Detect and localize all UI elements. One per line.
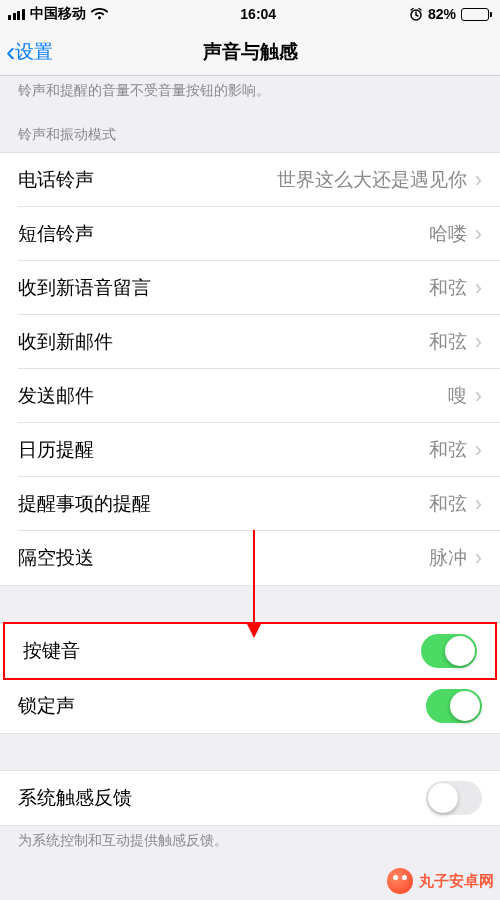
wifi-icon (91, 8, 108, 20)
lock-sound-toggle[interactable] (426, 689, 482, 723)
cell-value: 和弦› (429, 437, 482, 463)
keyboard-clicks-toggle[interactable] (421, 634, 477, 668)
cell-airdrop[interactable]: 隔空投送 脉冲› (0, 531, 500, 585)
toggle-group: 按键音 锁定声 (0, 622, 500, 734)
nav-bar: ‹ 设置 声音与触感 (0, 28, 500, 76)
cell-value: 脉冲› (429, 545, 482, 571)
chevron-right-icon: › (475, 329, 482, 355)
cell-reminder-alerts[interactable]: 提醒事项的提醒 和弦› (0, 477, 500, 531)
battery-pct: 82% (428, 6, 456, 22)
chevron-left-icon: ‹ (6, 38, 15, 66)
chevron-right-icon: › (475, 437, 482, 463)
cell-calendar-alerts[interactable]: 日历提醒 和弦› (0, 423, 500, 477)
annotation-highlight: 按键音 (3, 622, 497, 680)
watermark-logo-icon (387, 868, 413, 894)
cell-keyboard-clicks: 按键音 (5, 624, 495, 678)
cell-sent-mail[interactable]: 发送邮件 嗖› (0, 369, 500, 423)
cell-text-tone[interactable]: 短信铃声 哈喽› (0, 207, 500, 261)
chevron-right-icon: › (475, 275, 482, 301)
cell-value: 和弦› (429, 491, 482, 517)
chevron-right-icon: › (475, 167, 482, 193)
cell-label: 电话铃声 (18, 167, 94, 193)
watermark: 丸子安卓网 (387, 868, 494, 894)
cell-value: 哈喽› (429, 221, 482, 247)
back-button[interactable]: ‹ 设置 (6, 38, 53, 66)
back-label: 设置 (15, 39, 53, 65)
haptic-group: 系统触感反馈 (0, 770, 500, 826)
section-header-ringtone: 铃声和振动模式 (0, 108, 500, 152)
cell-label: 系统触感反馈 (18, 785, 132, 811)
cell-lock-sound: 锁定声 (0, 679, 500, 733)
cell-new-voicemail[interactable]: 收到新语音留言 和弦› (0, 261, 500, 315)
cell-label: 发送邮件 (18, 383, 94, 409)
status-left: 中国移动 (8, 5, 108, 23)
cell-label: 短信铃声 (18, 221, 94, 247)
status-right: 82% (409, 6, 492, 22)
cell-value: 世界这么大还是遇见你› (277, 167, 482, 193)
sound-settings-group: 电话铃声 世界这么大还是遇见你› 短信铃声 哈喽› 收到新语音留言 和弦› 收到… (0, 152, 500, 586)
cell-label: 提醒事项的提醒 (18, 491, 151, 517)
cell-label: 隔空投送 (18, 545, 94, 571)
cell-label: 收到新语音留言 (18, 275, 151, 301)
cell-ringtone[interactable]: 电话铃声 世界这么大还是遇见你› (0, 153, 500, 207)
carrier-label: 中国移动 (30, 5, 86, 23)
cell-label: 锁定声 (18, 693, 75, 719)
watermark-text: 丸子安卓网 (419, 872, 494, 891)
page-title: 声音与触感 (203, 39, 298, 65)
alarm-icon (409, 7, 423, 21)
cell-system-haptics: 系统触感反馈 (0, 771, 500, 825)
section-spacer (0, 734, 500, 770)
cell-value: 和弦› (429, 329, 482, 355)
chevron-right-icon: › (475, 545, 482, 571)
system-haptics-toggle[interactable] (426, 781, 482, 815)
chevron-right-icon: › (475, 383, 482, 409)
chevron-right-icon: › (475, 221, 482, 247)
signal-icon (8, 9, 25, 20)
battery-icon (461, 8, 492, 21)
status-time: 16:04 (240, 6, 276, 22)
cell-new-mail[interactable]: 收到新邮件 和弦› (0, 315, 500, 369)
cell-value: 和弦› (429, 275, 482, 301)
chevron-right-icon: › (475, 491, 482, 517)
cell-label: 日历提醒 (18, 437, 94, 463)
section-spacer (0, 586, 500, 622)
status-bar: 中国移动 16:04 82% (0, 0, 500, 28)
cell-label: 收到新邮件 (18, 329, 113, 355)
cell-label: 按键音 (23, 638, 80, 664)
section-footer-haptic: 为系统控制和互动提供触感反馈。 (0, 826, 500, 858)
section-footer-volume: 铃声和提醒的音量不受音量按钮的影响。 (0, 76, 500, 108)
cell-value: 嗖› (448, 383, 482, 409)
